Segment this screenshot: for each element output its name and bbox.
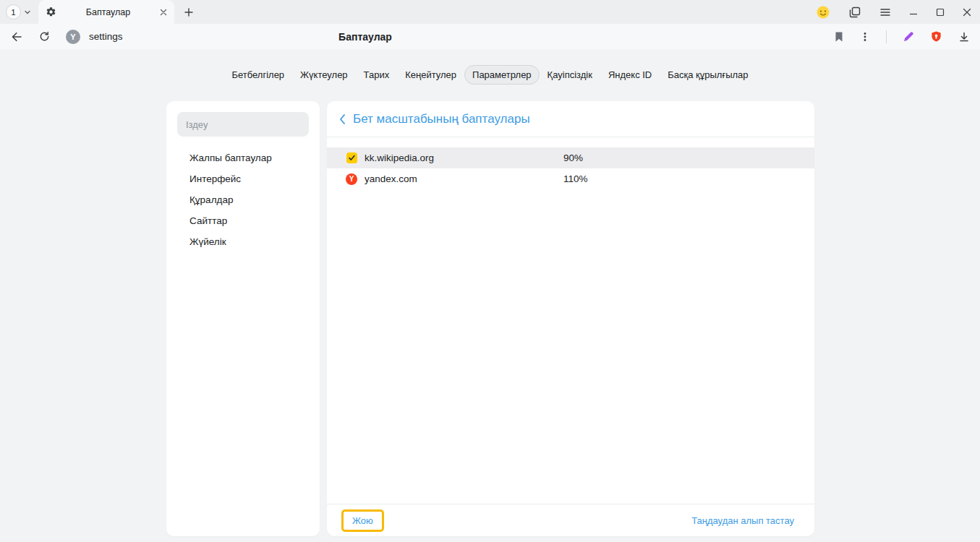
- nav-tab-settings[interactable]: Параметрлер: [464, 65, 540, 85]
- panel-header: Бет масштабының баптаулары: [327, 101, 814, 137]
- sidebar-items: Жалпы баптаулар Интерфейс Құралдар Сайтт…: [177, 147, 309, 252]
- minimize-button[interactable]: [909, 8, 918, 17]
- toolbar-left-controls: Y settings: [10, 30, 123, 44]
- site-name: yandex.com: [365, 173, 563, 184]
- row-lead: [346, 152, 357, 164]
- downloads-icon[interactable]: [958, 31, 970, 43]
- settings-content: Жалпы баптаулар Интерфейс Құралдар Сайтт…: [166, 101, 814, 536]
- site-zoom-value: 90%: [563, 152, 583, 163]
- deselect-all-link[interactable]: Таңдаудан алып тастау: [691, 515, 794, 526]
- site-zoom-list: kk.wikipedia.org 90% Y yandex.com 110%: [327, 137, 814, 504]
- url-text[interactable]: settings: [89, 31, 123, 42]
- promo-smiley-icon[interactable]: [816, 5, 830, 20]
- site-name: kk.wikipedia.org: [365, 152, 563, 163]
- sidebar-item-interface[interactable]: Интерфейс: [177, 168, 309, 189]
- nav-tab-other-devices[interactable]: Басқа құрылғылар: [660, 65, 756, 85]
- back-button[interactable]: [10, 30, 23, 43]
- nav-tab-bookmarks[interactable]: Бетбелгілер: [223, 65, 292, 85]
- browser-tab-settings[interactable]: Баптаулар: [38, 0, 174, 24]
- kebab-menu-icon[interactable]: [860, 32, 870, 42]
- site-zoom-row[interactable]: Y yandex.com 110%: [327, 168, 814, 189]
- settings-sidebar: Жалпы баптаулар Интерфейс Құралдар Сайтт…: [166, 101, 320, 536]
- site-icon[interactable]: Y: [66, 30, 80, 44]
- delete-button[interactable]: Жою: [341, 509, 384, 532]
- tabbar-right-controls: [816, 5, 971, 20]
- settings-nav: Бетбелгілер Жүктеулер Тарих Кеңейтулер П…: [0, 49, 980, 85]
- tab-count-badge[interactable]: 1: [6, 4, 21, 20]
- zoom-settings-panel: Бет масштабының баптаулары kk.wikipedia.…: [327, 101, 814, 536]
- sidebar-item-tools[interactable]: Құралдар: [177, 189, 309, 210]
- back-chevron-icon[interactable]: [337, 112, 347, 126]
- chevron-down-icon: [24, 9, 31, 16]
- new-tab-button[interactable]: [184, 7, 194, 17]
- address-toolbar: Y settings Баптаулар: [0, 24, 980, 49]
- omnibox-page-title: Баптаулар: [338, 31, 392, 43]
- protect-shield-icon[interactable]: [930, 30, 942, 43]
- tab-title: Баптаулар: [56, 7, 160, 17]
- settings-page: Бетбелгілер Жүктеулер Тарих Кеңейтулер П…: [0, 49, 980, 542]
- gear-icon: [46, 7, 56, 17]
- pen-icon[interactable]: [903, 31, 914, 43]
- nav-tab-extensions[interactable]: Кеңейтулер: [397, 65, 464, 85]
- sidebar-item-general[interactable]: Жалпы баптаулар: [177, 147, 309, 168]
- reload-button[interactable]: [38, 30, 51, 43]
- hamburger-menu-icon[interactable]: [879, 7, 891, 18]
- row-lead: Y: [346, 173, 357, 185]
- window-close-button[interactable]: [963, 8, 971, 17]
- tab-close-icon[interactable]: [160, 9, 167, 16]
- nav-tab-history[interactable]: Тарих: [356, 65, 398, 85]
- site-zoom-value: 110%: [563, 173, 588, 184]
- bookmark-icon[interactable]: [834, 31, 844, 43]
- sidebar-item-sites[interactable]: Сайттар: [177, 210, 309, 231]
- tab-bar: 1 Баптаулар: [0, 0, 980, 24]
- tabs-panel-icon[interactable]: [848, 6, 861, 19]
- search-input[interactable]: [177, 112, 309, 137]
- site-zoom-row[interactable]: kk.wikipedia.org 90%: [327, 147, 814, 168]
- panel-footer: Жою Таңдаудан алып тастау: [327, 504, 814, 536]
- yandex-favicon-icon: Y: [346, 173, 357, 185]
- nav-tab-security[interactable]: Қауіпсіздік: [540, 65, 600, 85]
- toolbar-right-controls: [834, 30, 970, 43]
- panel-title: Бет масштабының баптаулары: [353, 112, 530, 126]
- toolbar-divider: [886, 30, 887, 43]
- sidebar-item-system[interactable]: Жүйелік: [177, 231, 309, 252]
- maximize-button[interactable]: [936, 8, 945, 17]
- nav-tab-yandex-id[interactable]: Яндекс ID: [600, 65, 660, 85]
- tab-list-button[interactable]: 1: [6, 4, 31, 20]
- checkbox-checked-icon[interactable]: [346, 152, 357, 163]
- nav-tab-downloads[interactable]: Жүктеулер: [292, 65, 356, 85]
